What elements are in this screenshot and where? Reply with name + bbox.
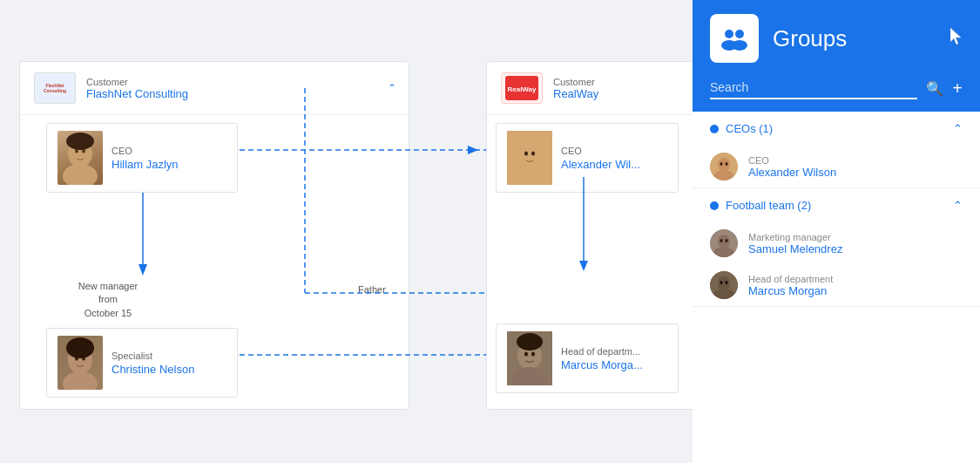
- football-group-name: Football team (2): [726, 199, 811, 212]
- svg-point-42: [726, 162, 728, 166]
- svg-point-47: [726, 239, 728, 242]
- svg-point-39: [718, 158, 730, 172]
- alexander-member-role: CEO: [748, 155, 836, 166]
- realway-header: RealWay Customer RealWay: [487, 62, 693, 115]
- panel-content: CEOs (1) ⌃ CEO Alexander Wi: [693, 112, 980, 463]
- specialist-box-flashnet[interactable]: Specialist Christine Nelson: [46, 328, 238, 398]
- svg-marker-17: [468, 146, 478, 154]
- realway-company-name[interactable]: RealWay: [553, 87, 598, 100]
- member-alexander: CEO Alexander Wilson: [693, 146, 980, 187]
- alexander-avatar: [710, 153, 738, 180]
- marcus-member-role: Head of department: [748, 274, 833, 284]
- christine-info: Specialist Christine Nelson: [112, 351, 194, 376]
- search-row: 🔍 +: [693, 77, 980, 112]
- ceos-group-section: CEOs (1) ⌃ CEO Alexander Wi: [693, 112, 980, 188]
- flashnet-card: FlashNetConsulting Customer FlashNet Con…: [19, 61, 409, 410]
- ceos-chevron[interactable]: ⌃: [953, 122, 963, 135]
- svg-point-52: [726, 281, 728, 284]
- alexander-member-info: CEO Alexander Wilson: [748, 155, 836, 179]
- football-chevron[interactable]: ⌃: [953, 199, 963, 212]
- marcus-role: Head of departm...: [561, 346, 643, 357]
- svg-point-35: [735, 30, 744, 38]
- hillam-photo: [57, 131, 103, 185]
- alexander-info: CEO Alexander Wil...: [561, 146, 640, 171]
- ceos-group-header-left: CEOs (1): [710, 122, 773, 135]
- member-marcus-panel: Head of department Marcus Morgan: [693, 264, 980, 306]
- marcus-member-name[interactable]: Marcus Morgan: [748, 284, 833, 297]
- alexander-photo: [507, 131, 552, 185]
- father-label: Father: [358, 284, 386, 295]
- football-group-header-left: Football team (2): [710, 199, 811, 212]
- christine-name[interactable]: Christine Nelson: [112, 363, 194, 376]
- alexander-name[interactable]: Alexander Wil...: [561, 158, 640, 171]
- alexander-member-name[interactable]: Alexander Wilson: [748, 166, 836, 179]
- hillam-name[interactable]: Hillam Jazlyn: [112, 158, 179, 171]
- svg-point-46: [720, 239, 723, 242]
- search-input[interactable]: [710, 77, 917, 99]
- football-group-header[interactable]: Football team (2) ⌃: [693, 188, 980, 222]
- marcus-name[interactable]: Marcus Morga...: [561, 358, 643, 371]
- hillam-info: CEO Hillam Jazlyn: [112, 146, 179, 171]
- ceos-group-header[interactable]: CEOs (1) ⌃: [693, 112, 980, 146]
- svg-point-49: [718, 276, 730, 290]
- flashnet-customer-label: Customer: [86, 77, 188, 87]
- marcus-avatar: [710, 271, 738, 299]
- search-icon[interactable]: 🔍: [926, 80, 943, 97]
- new-manager-label: New manager from October 15: [69, 280, 147, 320]
- panel-title: Groups: [773, 25, 847, 52]
- flashnet-collapse-btn[interactable]: ⌃: [388, 82, 396, 94]
- realway-logo: RealWay: [501, 72, 543, 104]
- ceos-group-name: CEOs (1): [726, 122, 773, 135]
- marcus-photo: [507, 331, 552, 385]
- ceo-box-flashnet[interactable]: CEO Hillam Jazlyn: [46, 123, 238, 193]
- ceo-box-realway[interactable]: CEO Alexander Wil...: [496, 123, 679, 193]
- football-dot: [710, 201, 719, 210]
- realway-customer-label: Customer: [553, 77, 598, 87]
- svg-point-37: [732, 40, 747, 51]
- svg-point-30: [531, 352, 535, 357]
- groups-icon-box: [710, 14, 759, 63]
- groups-icon: [719, 23, 750, 54]
- hillam-role: CEO: [112, 146, 179, 156]
- org-chart-canvas: FlashNetConsulting Customer FlashNet Con…: [0, 0, 693, 463]
- svg-point-4: [63, 164, 98, 185]
- panel-header: Groups: [693, 0, 980, 77]
- flashnet-company-name[interactable]: FlashNet Consulting: [86, 87, 188, 100]
- svg-point-12: [66, 337, 94, 358]
- alexander-role: CEO: [561, 146, 640, 156]
- svg-point-21: [524, 152, 528, 156]
- realway-header-info: Customer RealWay: [553, 77, 598, 100]
- marcus-info: Head of departm... Marcus Morga...: [561, 346, 643, 371]
- marcus-member-info: Head of department Marcus Morgan: [748, 274, 833, 297]
- samuel-avatar: [710, 229, 738, 257]
- member-samuel: Marketing manager Samuel Melendrez: [693, 222, 980, 264]
- samuel-member-name[interactable]: Samuel Melendrez: [748, 242, 842, 255]
- svg-point-22: [531, 152, 535, 156]
- svg-marker-24: [579, 261, 588, 271]
- flashnet-logo: FlashNetConsulting: [34, 72, 76, 104]
- add-icon[interactable]: +: [952, 78, 963, 99]
- christine-photo: [57, 336, 103, 390]
- svg-point-29: [524, 352, 528, 357]
- svg-point-9: [63, 371, 98, 390]
- svg-point-44: [718, 235, 730, 249]
- realway-card: RealWay Customer RealWay: [486, 61, 693, 410]
- cursor-area: [950, 28, 963, 49]
- svg-text:RealWay: RealWay: [507, 85, 537, 93]
- svg-marker-2: [139, 264, 147, 276]
- svg-point-51: [720, 281, 723, 284]
- svg-point-41: [720, 162, 723, 166]
- svg-point-34: [725, 30, 733, 38]
- svg-point-31: [517, 333, 543, 351]
- football-group-section: Football team (2) ⌃ Marketing manager: [693, 188, 980, 307]
- flashnet-header-info: Customer FlashNet Consulting: [86, 77, 188, 100]
- svg-point-19: [517, 141, 542, 169]
- cursor-icon: [950, 28, 963, 45]
- ceos-dot: [710, 125, 719, 133]
- flashnet-header: FlashNetConsulting Customer FlashNet Con…: [20, 62, 409, 115]
- right-panel: Groups 🔍 + CEOs (1) ⌃: [693, 0, 980, 463]
- svg-point-7: [66, 133, 94, 150]
- samuel-member-role: Marketing manager: [748, 232, 842, 242]
- hod-box-realway[interactable]: Head of departm... Marcus Morga...: [496, 323, 679, 393]
- christine-role: Specialist: [112, 351, 194, 361]
